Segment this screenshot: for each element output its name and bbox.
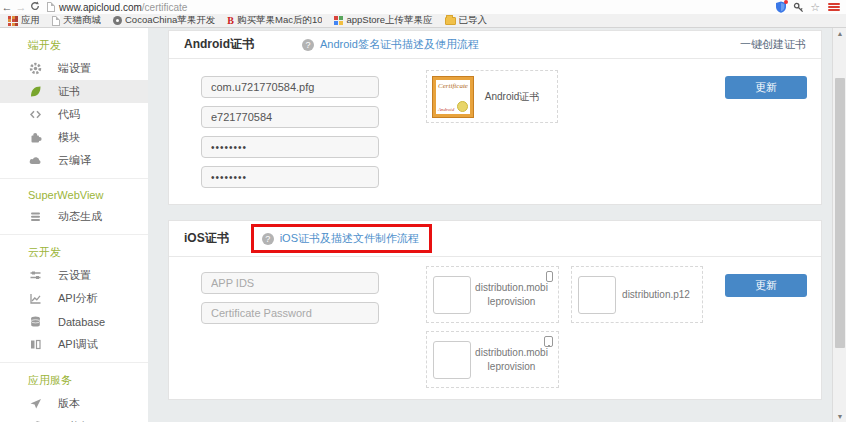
sidebar-item-label: 云设置 — [58, 268, 91, 283]
scrollbar-thumb[interactable] — [835, 78, 845, 348]
help-icon: ? — [302, 39, 314, 51]
certificate-icon — [28, 85, 42, 99]
appstore-icon — [334, 16, 343, 25]
certificate-password-field[interactable] — [201, 302, 379, 324]
android-update-button[interactable]: 更新 — [725, 76, 807, 99]
sidebar-item-label: API分析 — [58, 291, 98, 306]
certificate-stamp-text: Certificate — [436, 80, 470, 90]
sidebar-item-client-settings[interactable]: 端设置 — [0, 57, 148, 80]
bookmark-apps[interactable]: 应用 — [4, 14, 44, 27]
bookmark-label: 购买苹果Mac后的10 — [237, 14, 323, 27]
folder-icon — [445, 17, 456, 25]
android-form — [201, 76, 379, 196]
upload-placeholder-square — [578, 276, 616, 314]
android-certificate-card: Android证书 ? Android签名证书描述及使用流程 一键创建证书 Ce… — [168, 30, 822, 205]
sidebar-item-label: 端设置 — [58, 61, 91, 76]
api-debug-icon — [28, 338, 42, 352]
android-alias-field[interactable] — [201, 106, 379, 128]
sidebar-item-cloud-settings[interactable]: 云设置 — [0, 264, 148, 287]
url-host: www.apicloud.com — [59, 2, 142, 13]
sidebar-item-label: 证书 — [58, 84, 80, 99]
sidebar-section-cloud-dev: 云开发 — [0, 235, 148, 264]
sidebar-section-app-services: 应用服务 — [0, 363, 148, 392]
phone-icon — [546, 271, 553, 282]
sidebar-item-code[interactable]: 代码 — [0, 103, 148, 126]
bookmark-label: 应用 — [21, 14, 40, 27]
mobileprovision-tablet-upload[interactable]: distribution.mobileprovision — [426, 331, 559, 388]
android-password-field[interactable] — [201, 136, 379, 158]
cocoachina-icon — [113, 16, 122, 25]
sidebar-section-superwebview: SuperWebView — [0, 179, 148, 205]
sidebar-item-module[interactable]: 模块 — [0, 126, 148, 149]
ios-guide-link[interactable]: iOS证书及描述文件制作流程 — [280, 231, 419, 246]
app-ids-field[interactable] — [201, 272, 379, 294]
help-icon: ? — [262, 233, 274, 245]
url-path: /certificate — [142, 2, 188, 13]
sidebar-item-certificate[interactable]: 证书 — [0, 80, 148, 103]
sidebar-item-label: Database — [58, 316, 105, 328]
android-card-header: Android证书 ? Android签名证书描述及使用流程 一键创建证书 — [169, 31, 821, 59]
sidebar-item-api-debug[interactable]: API调试 — [0, 333, 148, 356]
scroll-down-arrow[interactable]: ▼ — [833, 413, 846, 420]
key-icon[interactable] — [793, 2, 804, 13]
bookmark-appstore[interactable]: appStore上传苹果应 — [330, 14, 436, 27]
refresh-button[interactable] — [28, 0, 42, 14]
sidebar-item-version[interactable]: 版本 — [0, 392, 148, 415]
browser-toolbar: ← → www.apicloud.com/certificate ☆ — [0, 0, 846, 14]
android-guide-link[interactable]: Android签名证书描述及使用流程 — [320, 37, 479, 52]
layers-icon — [28, 210, 42, 224]
bookmark-label: appStore上传苹果应 — [346, 14, 432, 27]
sidebar-item-database[interactable]: Database — [0, 310, 148, 333]
database-icon — [28, 315, 42, 329]
scroll-up-arrow[interactable]: ▲ — [833, 30, 846, 37]
android-package-field[interactable] — [201, 76, 379, 98]
ios-card-body: distribution.mobileprovision distributio… — [169, 257, 821, 400]
red-b-icon: B — [227, 15, 234, 26]
scrollbar[interactable]: ▲ ▼ — [832, 28, 846, 422]
forward-button[interactable]: → — [14, 0, 28, 14]
refresh-icon — [30, 1, 40, 11]
extension-shield-icon[interactable] — [775, 1, 787, 13]
sidebar-item-dynamic-generate[interactable]: 动态生成 — [0, 205, 148, 228]
chart-icon — [28, 292, 42, 306]
sidebar-item-cloud-compile[interactable]: 云编译 — [0, 149, 148, 172]
android-cert-preview-box[interactable]: Certificate Android Android证书 — [426, 70, 558, 123]
back-button[interactable]: ← — [0, 0, 14, 14]
page-icon — [52, 16, 60, 26]
bookmark-tmall[interactable]: 天猫商城 — [48, 14, 105, 27]
gear-icon — [28, 62, 42, 76]
ios-form — [201, 272, 379, 332]
red-annotation-box: ? iOS证书及描述文件制作流程 — [251, 224, 432, 253]
android-card-body: Certificate Android Android证书 更新 — [169, 59, 821, 205]
bookmark-label: 已导入 — [459, 14, 488, 27]
ios-certificate-card: iOS证书 ? iOS证书及描述文件制作流程 distribution.mobi… — [168, 220, 822, 400]
certificate-image: Certificate Android — [433, 77, 473, 117]
bookmark-label: CocoaChina苹果开发 — [125, 14, 215, 27]
mobileprovision-phone-upload[interactable]: distribution.mobileprovision — [426, 266, 559, 323]
bookmark-mac-guide[interactable]: B 购买苹果Mac后的10 — [223, 14, 326, 27]
ios-section-title: iOS证书 — [184, 230, 229, 247]
sidebar-item-label: 动态生成 — [58, 209, 102, 224]
android-password-confirm-field[interactable] — [201, 166, 379, 188]
android-cert-label: Android证书 — [473, 90, 551, 104]
bookmark-imported-folder[interactable]: 已导入 — [441, 14, 492, 27]
sidebar: 端开发 端设置 证书 代码 模块 云编译 SuperWebView 动态生成 云… — [0, 28, 148, 422]
ios-update-button[interactable]: 更新 — [725, 274, 807, 297]
one-click-create-cert-link[interactable]: 一键创建证书 — [740, 37, 806, 52]
ios-card-header: iOS证书 ? iOS证书及描述文件制作流程 — [169, 221, 821, 257]
bookmark-star-icon[interactable]: ☆ — [810, 2, 820, 13]
upload-placeholder-square — [433, 341, 471, 379]
version-icon — [28, 397, 42, 411]
module-icon — [28, 131, 42, 145]
chrome-menu-icon[interactable] — [826, 2, 842, 12]
upload-placeholder-square — [433, 276, 471, 314]
p12-upload[interactable]: distribution.p12 — [571, 266, 703, 323]
sidebar-item-cloud-fix[interactable]: 云修复 — [0, 415, 148, 422]
upload-filename: distribution.mobileprovision — [471, 346, 552, 373]
sidebar-item-label: 版本 — [58, 396, 80, 411]
android-section-title: Android证书 — [184, 36, 254, 53]
address-bar[interactable]: www.apicloud.com/certificate — [59, 2, 187, 13]
sidebar-item-api-analytics[interactable]: API分析 — [0, 287, 148, 310]
sliders-icon — [28, 269, 42, 283]
bookmark-cocoachina[interactable]: CocoaChina苹果开发 — [109, 14, 219, 27]
